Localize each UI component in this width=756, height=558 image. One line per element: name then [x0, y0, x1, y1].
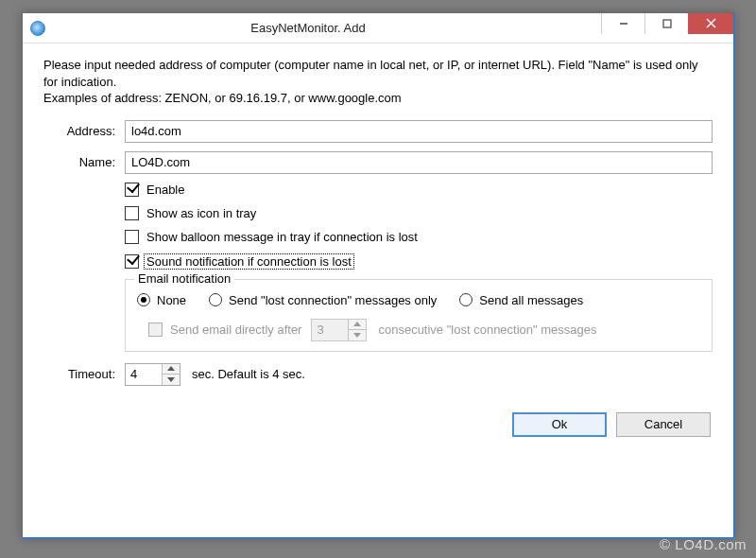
app-icon	[30, 21, 45, 36]
tray-icon-checkbox[interactable]	[125, 206, 139, 220]
email-notification-group: Email notification None Send "lost conne…	[125, 279, 713, 352]
sound-label: Sound notification if connection is lost	[144, 253, 354, 270]
spinner-up-icon	[349, 320, 366, 331]
send-directly-suffix: consecutive "lost connection" messages	[378, 323, 596, 337]
name-label: Name:	[43, 155, 125, 169]
email-group-legend: Email notification	[134, 271, 234, 286]
titlebar[interactable]: EasyNetMonitor. Add	[23, 13, 733, 44]
timeout-spinner[interactable]	[125, 363, 180, 386]
client-area: Please input needed address of computer …	[23, 44, 733, 452]
minimize-button[interactable]	[601, 13, 644, 34]
email-none-radio[interactable]	[137, 293, 150, 306]
close-button[interactable]	[688, 13, 733, 34]
timeout-label: Timeout:	[43, 367, 125, 381]
email-lost-only-radio[interactable]	[209, 293, 222, 306]
svg-marker-4	[353, 322, 361, 326]
address-label: Address:	[43, 124, 125, 138]
instructions-text: Please input needed address of computer …	[43, 57, 713, 107]
svg-marker-5	[353, 333, 361, 338]
svg-marker-7	[167, 377, 175, 382]
window-title: EasyNetMonitor. Add	[53, 21, 601, 35]
timeout-suffix: sec. Default is 4 sec.	[192, 367, 305, 381]
timeout-input[interactable]	[126, 364, 162, 385]
name-input[interactable]	[125, 151, 713, 174]
enable-label: Enable	[146, 183, 184, 197]
email-lost-only-label: Send "lost connection" messages only	[229, 293, 437, 307]
send-directly-prefix: Send email directly after	[170, 323, 301, 337]
watermark-text: © LO4D.com	[660, 536, 747, 552]
timeout-spinner-down[interactable]	[163, 375, 180, 385]
spinner-down-icon	[349, 330, 366, 340]
timeout-spinner-up[interactable]	[163, 364, 180, 375]
maximize-button[interactable]	[644, 13, 688, 34]
email-none-label: None	[157, 293, 186, 307]
svg-marker-6	[167, 366, 175, 371]
enable-checkbox[interactable]	[125, 183, 139, 197]
consecutive-count-input	[312, 320, 348, 340]
ok-button[interactable]: Ok	[512, 412, 607, 437]
email-send-all-radio[interactable]	[459, 293, 472, 306]
balloon-label: Show balloon message in tray if connecti…	[146, 230, 418, 244]
address-input[interactable]	[125, 120, 713, 143]
instructions-line1: Please input needed address of computer …	[43, 57, 713, 90]
send-directly-checkbox	[148, 323, 163, 337]
instructions-line2: Examples of address: ZENON, or 69.16.19.…	[43, 90, 713, 107]
sound-checkbox[interactable]	[125, 254, 139, 269]
cancel-button[interactable]: Cancel	[616, 412, 711, 437]
consecutive-count-spinner	[311, 319, 367, 341]
svg-rect-1	[663, 20, 671, 27]
tray-icon-label: Show as icon in tray	[146, 206, 256, 220]
email-send-all-label: Send all messages	[479, 293, 583, 307]
dialog-window: EasyNetMonitor. Add Please input needed …	[22, 12, 734, 538]
balloon-checkbox[interactable]	[125, 230, 139, 244]
